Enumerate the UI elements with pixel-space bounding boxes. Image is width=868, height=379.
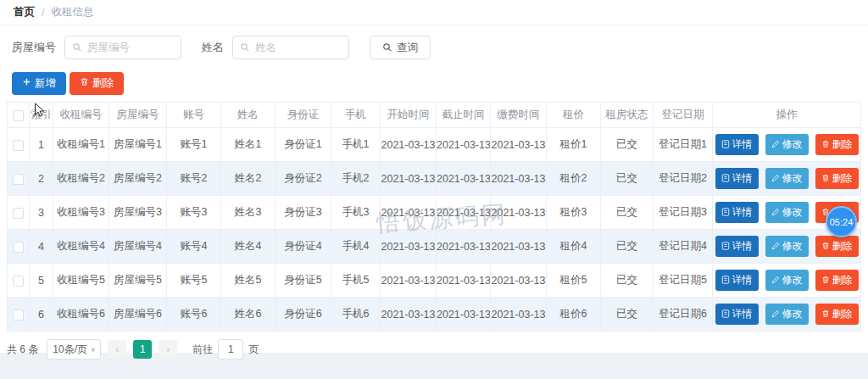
edit-button[interactable]: 修改 — [765, 304, 809, 325]
trash-icon — [821, 309, 830, 320]
delete-button[interactable]: 删除 — [815, 134, 859, 155]
delete-button-label: 删除 — [832, 239, 853, 254]
table-row: 1收租编号1房屋编号1账号1姓名1身份证1手机12021-03-132021-0… — [8, 128, 861, 162]
row-select-cell — [8, 230, 30, 264]
page-size-select[interactable]: 10条/页 ▾ — [47, 339, 101, 359]
cell-pay-time: 2021-03-13 — [491, 264, 547, 298]
trash-icon — [821, 275, 830, 287]
edit-button[interactable]: 修改 — [765, 236, 809, 257]
column-header-operation: 操作 — [713, 103, 861, 128]
row-checkbox[interactable] — [13, 208, 24, 219]
cell-house-no: 房屋编号3 — [109, 196, 167, 230]
column-header-name: 姓名 — [221, 103, 275, 128]
page-size-value: 10条/页 — [53, 343, 87, 357]
cell-pay-time: 2021-03-13 — [491, 298, 547, 332]
detail-button[interactable]: 详情 — [715, 236, 759, 257]
cell-end-time: 2021-03-13 — [437, 298, 491, 332]
cell-index: 2 — [30, 162, 53, 196]
breadcrumb-separator: / — [42, 7, 44, 19]
detail-button[interactable]: 详情 — [715, 202, 759, 223]
delete-selected-label: 删除 — [92, 76, 114, 91]
detail-button[interactable]: 详情 — [715, 270, 759, 291]
prev-page-button[interactable]: ‹ — [108, 340, 126, 359]
document-icon — [721, 173, 730, 185]
delete-selected-button[interactable]: 删除 — [70, 72, 124, 95]
delete-button[interactable]: 删除 — [815, 236, 859, 257]
table-header-row: 索引收租编号房屋编号账号姓名身份证手机开始时间截止时间缴费时间租价租房状态登记日… — [8, 103, 861, 128]
pencil-icon — [771, 173, 780, 185]
cell-rent-status: 已交 — [601, 230, 654, 264]
cell-house-no: 房屋编号2 — [109, 162, 167, 196]
cell-end-time: 2021-03-13 — [437, 196, 491, 230]
table-row: 4收租编号4房屋编号4账号4姓名4身份证4手机42021-03-132021-0… — [8, 230, 861, 264]
edit-button[interactable]: 修改 — [765, 134, 809, 155]
cell-name: 姓名1 — [221, 128, 275, 162]
delete-button[interactable]: 删除 — [815, 168, 859, 189]
cell-rent-no: 收租编号5 — [53, 264, 109, 298]
name-input[interactable] — [255, 42, 342, 53]
name-label: 姓名 — [202, 40, 224, 55]
edit-button[interactable]: 修改 — [765, 202, 809, 223]
query-button[interactable]: 查询 — [370, 36, 431, 59]
delete-button-label: 删除 — [832, 171, 853, 186]
goto-page-input[interactable] — [218, 339, 243, 359]
cell-account: 账号1 — [167, 128, 221, 162]
detail-button[interactable]: 详情 — [715, 168, 759, 189]
row-checkbox[interactable] — [13, 242, 24, 253]
column-header-start-time: 开始时间 — [381, 103, 437, 128]
cell-operations: 详情修改删除 — [713, 298, 861, 332]
cell-pay-time: 2021-03-13 — [491, 162, 547, 196]
page-number-button[interactable]: 1 — [133, 340, 152, 359]
delete-button[interactable]: 删除 — [815, 304, 859, 325]
document-icon — [721, 241, 730, 253]
delete-button[interactable]: 删除 — [815, 270, 859, 291]
edit-button[interactable]: 修改 — [765, 168, 809, 189]
select-all-checkbox[interactable] — [13, 110, 24, 121]
cell-id-card: 身份证5 — [275, 264, 331, 298]
cell-id-card: 身份证6 — [275, 298, 331, 332]
cell-register-date: 登记日期3 — [654, 196, 713, 230]
row-select-cell — [8, 128, 30, 162]
edit-button[interactable]: 修改 — [765, 270, 809, 291]
edit-button-label: 修改 — [782, 171, 803, 186]
row-checkbox[interactable] — [13, 140, 24, 151]
row-checkbox[interactable] — [13, 174, 24, 185]
table-row: 3收租编号3房屋编号3账号3姓名3身份证3手机32021-03-132021-0… — [8, 196, 861, 230]
add-button[interactable]: 新增 — [12, 72, 66, 95]
search-icon — [240, 42, 250, 53]
cell-start-time: 2021-03-13 — [381, 298, 437, 332]
cell-start-time: 2021-03-13 — [381, 196, 437, 230]
rent-table-wrap: 索引收租编号房屋编号账号姓名身份证手机开始时间截止时间缴费时间租价租房状态登记日… — [7, 102, 861, 332]
column-header-id-card: 身份证 — [275, 103, 331, 128]
next-page-button[interactable]: › — [159, 340, 177, 359]
row-checkbox[interactable] — [13, 276, 24, 287]
detail-button-label: 详情 — [732, 307, 753, 321]
cell-start-time: 2021-03-13 — [381, 162, 437, 196]
detail-button[interactable]: 详情 — [715, 134, 759, 155]
cell-account: 账号5 — [167, 264, 221, 298]
cell-id-card: 身份证3 — [275, 196, 331, 230]
cell-operations: 详情修改删除 — [713, 264, 861, 298]
breadcrumb-home[interactable]: 首页 — [14, 5, 35, 20]
cell-rent-no: 收租编号6 — [53, 298, 109, 332]
cell-index: 1 — [30, 128, 53, 162]
pagination-total: 共 6 条 — [7, 343, 38, 357]
chevron-down-icon: ▾ — [91, 345, 95, 354]
cell-price: 租价4 — [547, 230, 601, 264]
detail-button-label: 详情 — [732, 171, 753, 186]
screen-timer-badge[interactable]: 05:24 — [826, 206, 857, 237]
goto-page-group: 前往 页 — [192, 339, 259, 359]
house-number-input[interactable] — [87, 42, 174, 53]
table-row: 6收租编号6房屋编号6账号6姓名6身份证6手机62021-03-132021-0… — [8, 298, 861, 332]
cell-pay-time: 2021-03-13 — [491, 196, 547, 230]
row-checkbox[interactable] — [13, 309, 24, 320]
trash-icon — [80, 77, 89, 89]
cell-price: 租价3 — [547, 196, 601, 230]
cell-operations: 详情修改删除 — [713, 162, 861, 196]
detail-button[interactable]: 详情 — [715, 304, 759, 325]
document-icon — [721, 207, 730, 219]
cell-account: 账号6 — [167, 298, 221, 332]
edit-button-label: 修改 — [782, 307, 803, 321]
cell-house-no: 房屋编号5 — [109, 264, 167, 298]
name-input-wrap — [232, 36, 349, 59]
